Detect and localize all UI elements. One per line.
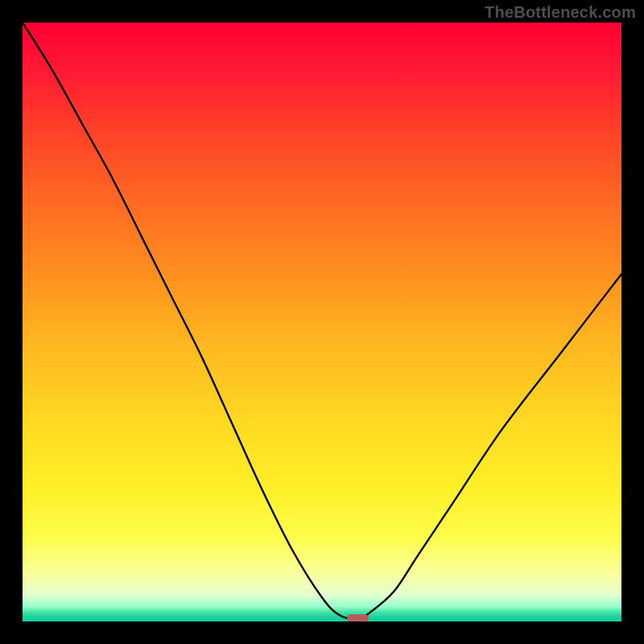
bottleneck-curve [23, 23, 621, 621]
chart-frame: TheBottleneck.com [0, 0, 644, 644]
plot-area [23, 23, 621, 621]
minimum-marker [347, 614, 369, 621]
watermark-text: TheBottleneck.com [485, 3, 636, 22]
